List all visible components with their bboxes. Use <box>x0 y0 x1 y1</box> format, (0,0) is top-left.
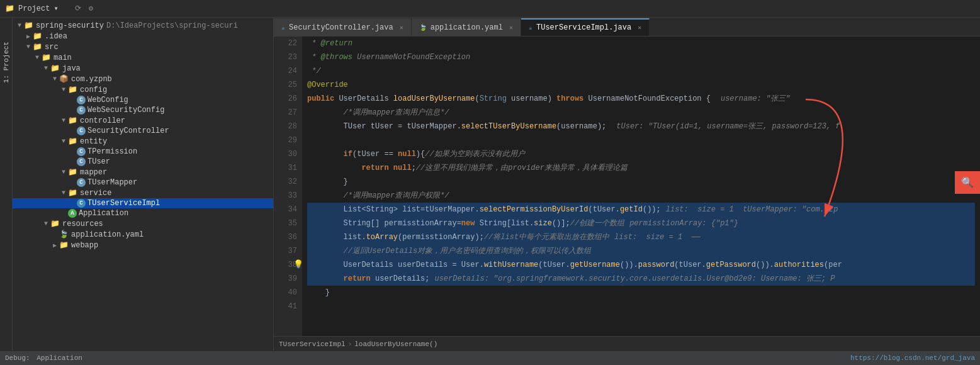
comyzpb-arrow <box>50 76 59 82</box>
ln-33: 33 <box>274 189 297 203</box>
tree-item-securitycontroller[interactable]: C SecurityController <box>13 126 273 136</box>
code-line-22: * @return <box>307 36 975 50</box>
code-line-27: /*调用mapper查询用户信息*/ <box>307 106 975 120</box>
main-arrow <box>33 54 42 61</box>
status-right[interactable]: https://blog.csdn.net/grd_java <box>850 354 975 362</box>
tab-tuserserviceimpl[interactable]: ☕ TUserServiceImpl.java ✕ <box>521 18 650 36</box>
tab-close-2[interactable]: ✕ <box>509 24 513 31</box>
code-line-25: @Override <box>307 78 975 92</box>
controller-arrow <box>59 117 68 124</box>
editor-area: ☕ SecurityController.java ✕ 🍃 applicatio… <box>274 18 980 351</box>
tree-item-appyaml[interactable]: 🍃 application.yaml <box>13 229 273 240</box>
breadcrumb-sep: › <box>348 340 352 348</box>
code-line-32: } <box>307 175 975 189</box>
tab-close-3[interactable]: ✕ <box>638 24 641 31</box>
ln-29: 29 <box>274 133 297 147</box>
sidebar: 📁 spring-security D:\IdeaProjects\spring… <box>13 18 274 351</box>
webapp-folder-icon: 📁 <box>59 240 69 250</box>
ln-40: 40 <box>274 286 297 300</box>
webapp-arrow <box>50 242 59 249</box>
tree-item-webconfig[interactable]: C WebConfig <box>13 95 273 105</box>
root-arrow <box>15 22 24 29</box>
code-line-35: String[] permisstionArray=new String[lis… <box>307 216 975 230</box>
entity-arrow <box>59 138 68 145</box>
idea-label: .idea <box>45 32 67 41</box>
tree-item-config[interactable]: 📁 config <box>13 84 273 95</box>
tuserm-label: TUserMapper <box>87 178 137 187</box>
ln-27: 27 <box>274 106 297 120</box>
res-label: resources <box>62 220 103 228</box>
comyzpb-label: com.yzpnb <box>71 75 112 84</box>
bulb-icon: 💡 <box>293 258 303 272</box>
ln-24: 24 <box>274 64 297 78</box>
tab-securitycontroller[interactable]: ☕ SecurityController.java ✕ <box>274 18 412 36</box>
tree-item-entity[interactable]: 📁 entity <box>13 136 273 147</box>
project-icon: 📁 <box>5 4 14 13</box>
tree-item-webapp[interactable]: 📁 webapp <box>13 240 273 250</box>
idea-arrow <box>24 33 33 40</box>
tree-item-main[interactable]: 📁 main <box>13 52 273 63</box>
code-editor[interactable]: 22 23 24 25 26 ⚡ 27 28 29 30 31 32 33 34… <box>274 36 980 336</box>
code-line-33: /*调用mapper查询用户权限*/ <box>307 189 975 203</box>
settings-icon[interactable]: ⚙ <box>89 4 93 13</box>
webconfig-class-icon: C <box>77 96 86 104</box>
tree-item-service[interactable]: 📁 service <box>13 188 273 198</box>
service-label: service <box>80 189 111 198</box>
webapp-label: webapp <box>71 241 98 250</box>
ln-22: 22 <box>274 36 297 50</box>
java-arrow <box>42 65 50 72</box>
code-line-31: return null;//这里不用我们抛异常，由provider来抛异常，具体… <box>307 161 975 175</box>
java-label: java <box>62 64 81 73</box>
search-button[interactable]: 🔍 <box>955 171 980 194</box>
src-arrow <box>24 43 33 50</box>
dropdown-icon[interactable]: ▾ <box>54 4 58 13</box>
code-line-24: */ <box>307 64 975 78</box>
breadcrumb-method[interactable]: loadUserByUsername() <box>354 340 437 348</box>
service-arrow <box>59 189 68 196</box>
ln-28: 28 <box>274 120 297 133</box>
tree-item-resources[interactable]: 📁 resources <box>13 218 273 229</box>
ln-26: 26 ⚡ <box>274 92 297 106</box>
left-tab-project[interactable]: 1: Project <box>1 36 11 88</box>
tree-item-application[interactable]: A Application <box>13 208 273 218</box>
code-line-41 <box>307 300 975 313</box>
code-line-39: return userDetails; userDetails: "org.sp… <box>307 272 975 286</box>
tree-item-src[interactable]: 📁 src <box>13 42 273 52</box>
code-line-28: TUser tUser = tUserMapper.selectTUserByU… <box>307 120 975 133</box>
sync-icon[interactable]: ⟳ <box>75 4 81 13</box>
tree-item-mapper[interactable]: 📁 mapper <box>13 167 273 177</box>
tree-item-websecurityconfig[interactable]: C WebSecurityConfig <box>13 105 273 115</box>
src-label: src <box>45 43 59 52</box>
ln-23: 23 <box>274 50 297 64</box>
ln-25: 25 <box>274 78 297 92</box>
tree-item-tusermapper[interactable]: C TUserMapper <box>13 177 273 188</box>
app-class-icon: A <box>68 209 77 218</box>
yaml-label: application.yaml <box>71 230 144 239</box>
root-folder-icon: 📁 <box>24 21 33 30</box>
controller-label: controller <box>80 116 125 125</box>
code-line-36: list.toArray(permisstionArray);//将list中每… <box>307 230 975 244</box>
tree-root[interactable]: 📁 spring-security D:\IdeaProjects\spring… <box>13 20 273 31</box>
tperm-class-icon: C <box>77 147 86 156</box>
tuser-label: TUser <box>87 157 110 166</box>
app-label: Application <box>79 209 128 218</box>
tree-item-tuserserviceimpl[interactable]: C TUserServiceImpl <box>13 198 273 208</box>
websecurity-class-icon: C <box>77 106 86 115</box>
tree-item-java[interactable]: 📁 java <box>13 63 273 74</box>
config-folder-icon: 📁 <box>68 85 77 94</box>
ln-34: 34 <box>274 203 297 216</box>
res-arrow <box>42 220 50 227</box>
tree-item-tpermission[interactable]: C TPermission <box>13 147 273 157</box>
webconfig-label: WebConfig <box>87 96 128 104</box>
breadcrumb-class[interactable]: TUserServiceImpl <box>279 340 346 348</box>
tree-item-tuser[interactable]: C TUser <box>13 157 273 167</box>
code-line-40: } <box>307 286 975 300</box>
tab-appyaml[interactable]: 🍃 application.yaml ✕ <box>412 18 521 36</box>
tree-item-idea[interactable]: 📁 .idea <box>13 31 273 42</box>
tree-item-controller[interactable]: 📁 controller <box>13 115 273 126</box>
tab-label-1: SecurityController.java <box>289 23 393 32</box>
tree-item-comyzpb[interactable]: 📦 com.yzpnb <box>13 74 273 84</box>
ln-36: 36 <box>274 230 297 244</box>
tab-close-1[interactable]: ✕ <box>400 24 403 31</box>
tab-label-2: application.yaml <box>431 23 503 32</box>
